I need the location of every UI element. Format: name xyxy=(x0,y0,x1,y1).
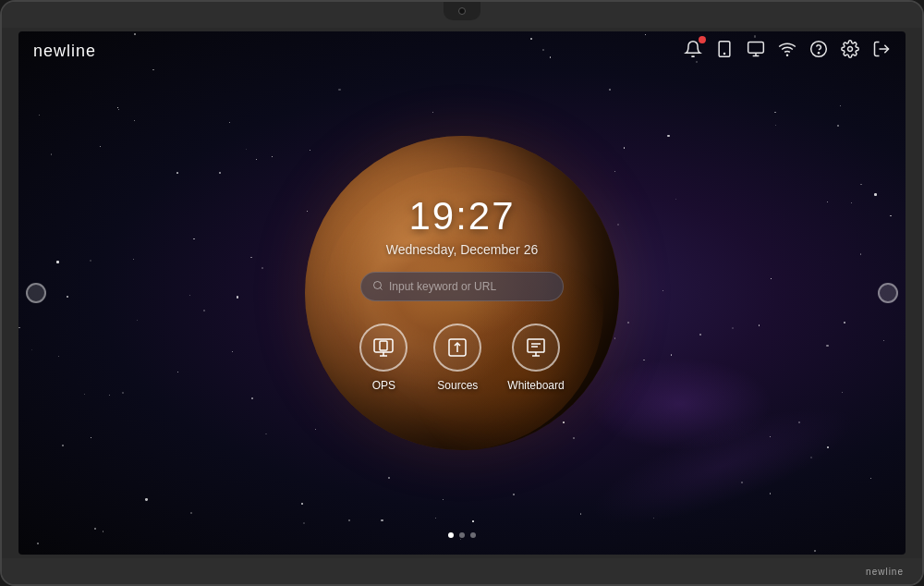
display-button[interactable] xyxy=(747,40,765,63)
left-side-button[interactable] xyxy=(26,283,46,303)
whiteboard-icon-circle xyxy=(512,324,560,372)
right-side-button[interactable] xyxy=(878,283,898,303)
storage-button[interactable] xyxy=(715,40,734,63)
settings-button[interactable] xyxy=(841,40,859,63)
svg-rect-2 xyxy=(748,43,764,54)
svg-line-11 xyxy=(380,287,382,289)
dot-1[interactable] xyxy=(448,532,454,538)
ops-app-icon[interactable]: OPS xyxy=(359,324,407,392)
bottom-brand: newline xyxy=(866,567,904,577)
sources-app-icon[interactable]: Sources xyxy=(433,324,481,392)
svg-point-10 xyxy=(374,281,382,288)
brand-logo: newline xyxy=(33,42,96,61)
help-button[interactable] xyxy=(809,40,828,63)
notification-button[interactable] xyxy=(684,40,702,63)
search-bar[interactable]: Input keyword or URL xyxy=(360,272,564,301)
sources-label: Sources xyxy=(437,379,478,392)
exit-button[interactable] xyxy=(872,40,891,63)
camera-dot xyxy=(458,7,466,15)
whiteboard-label: Whiteboard xyxy=(507,379,564,392)
search-placeholder: Input keyword or URL xyxy=(389,280,552,293)
svg-rect-13 xyxy=(380,341,387,350)
dot-2[interactable] xyxy=(459,532,465,538)
search-icon xyxy=(372,280,383,294)
app-icons-container: OPS Sources xyxy=(359,324,564,392)
dot-3[interactable] xyxy=(470,532,476,538)
whiteboard-app-icon[interactable]: Whiteboard xyxy=(507,324,564,392)
header-bar: newline xyxy=(18,31,906,72)
monitor-bottom-bar: newline xyxy=(2,558,922,584)
planet-ui: 19:27 Wednesday, December 26 Input keywo… xyxy=(305,136,619,450)
ops-icon-circle xyxy=(359,324,407,372)
svg-rect-18 xyxy=(528,339,544,352)
svg-point-8 xyxy=(848,47,853,52)
screen: newline xyxy=(18,31,906,555)
svg-point-6 xyxy=(811,42,827,57)
monitor: newline xyxy=(0,0,924,586)
clock-date: Wednesday, December 26 xyxy=(386,242,538,257)
notification-badge xyxy=(699,36,706,43)
ops-label: OPS xyxy=(372,379,395,392)
wifi-button[interactable] xyxy=(778,40,796,63)
page-dots xyxy=(448,532,476,538)
clock-time: 19:27 xyxy=(408,194,515,238)
sources-icon-circle xyxy=(433,324,481,372)
header-icons xyxy=(684,40,891,63)
monitor-top-bar xyxy=(2,2,922,28)
camera-bump xyxy=(444,2,480,20)
